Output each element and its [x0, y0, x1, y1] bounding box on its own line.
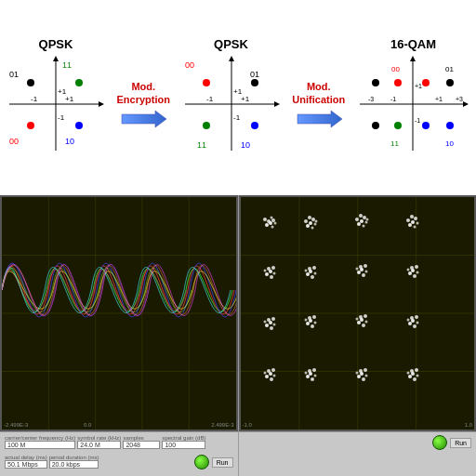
- svg-point-114: [304, 270, 307, 272]
- const-run-button[interactable]: Run: [450, 438, 471, 448]
- svg-point-78: [271, 226, 273, 229]
- svg-marker-16: [122, 111, 166, 127]
- ctrl-symbol-value[interactable]: 24.0 M: [77, 441, 121, 449]
- svg-point-154: [416, 322, 418, 324]
- svg-point-120: [359, 265, 363, 269]
- right-panel: -1.0 1.0 Run: [239, 195, 477, 476]
- svg-marker-33: [298, 111, 342, 127]
- svg-point-97: [408, 223, 412, 227]
- svg-point-180: [415, 368, 418, 372]
- qam16-axes: +1 +3 -1 -3 +1 -1 00 01: [355, 53, 471, 155]
- svg-marker-37: [463, 101, 469, 107]
- svg-point-175: [364, 375, 367, 377]
- svg-point-147: [364, 321, 367, 324]
- osc-controls: carrier/center frequency (Hz) 100 M symb…: [0, 431, 238, 476]
- svg-point-183: [410, 369, 414, 373]
- svg-point-87: [360, 219, 364, 223]
- svg-point-171: [311, 377, 314, 381]
- svg-point-177: [355, 372, 358, 375]
- qpsk1-diagram: QPSK +1 -1 +1 -1 01 11: [5, 37, 107, 158]
- const-controls: Run: [239, 431, 477, 476]
- svg-text:-1: -1: [390, 96, 396, 102]
- svg-point-176: [359, 369, 363, 373]
- qpsk2-diagram: QPSK +1 -1 +1 -1 00 01 11: [180, 37, 283, 158]
- svg-point-128: [406, 269, 409, 271]
- constellation-display: -1.0 1.0: [239, 195, 477, 431]
- svg-marker-20: [274, 101, 280, 107]
- ctrl-gain-value[interactable]: 100: [162, 441, 205, 449]
- svg-text:10: 10: [241, 140, 250, 150]
- svg-marker-3: [99, 101, 104, 107]
- svg-point-185: [413, 377, 416, 381]
- mod-label-1: Mod. Encryption: [117, 80, 170, 107]
- svg-point-89: [357, 222, 361, 226]
- svg-point-149: [355, 318, 358, 321]
- svg-point-131: [271, 317, 275, 321]
- svg-text:01: 01: [9, 70, 19, 79]
- ctrl-period-value[interactable]: 20.0 kbps: [49, 460, 99, 469]
- run-button[interactable]: Run: [212, 457, 233, 468]
- ctrl-delay: actual delay (ms) 50.1 Mbps: [5, 455, 47, 469]
- ctrl-samples-value[interactable]: 2048: [123, 441, 160, 449]
- arrow-icon-2: [296, 109, 342, 129]
- svg-point-32: [251, 122, 258, 129]
- svg-point-136: [270, 326, 273, 330]
- svg-point-133: [272, 324, 275, 326]
- svg-point-125: [408, 271, 412, 275]
- svg-point-30: [203, 122, 210, 129]
- svg-text:+1: +1: [435, 96, 443, 102]
- svg-point-99: [410, 215, 414, 218]
- svg-point-121: [355, 268, 358, 271]
- svg-point-148: [359, 315, 363, 319]
- svg-point-170: [304, 372, 307, 375]
- svg-point-146: [357, 321, 361, 324]
- svg-point-108: [270, 275, 273, 279]
- svg-point-79: [309, 221, 312, 225]
- svg-text:11: 11: [62, 60, 72, 70]
- svg-point-119: [364, 271, 367, 273]
- oscilloscope-display: -2.499E-3 0.0 2.499E-3: [0, 195, 238, 431]
- svg-point-111: [306, 272, 310, 276]
- mod-arrow-2: Mod. Unification: [283, 80, 356, 130]
- mod-arrow-1: Mod. Encryption: [107, 80, 180, 130]
- top-section: QPSK +1 -1 +1 -1 01 11: [0, 0, 476, 195]
- svg-point-168: [313, 375, 316, 377]
- svg-point-152: [415, 315, 418, 319]
- svg-point-134: [267, 318, 271, 322]
- svg-point-9: [27, 79, 34, 86]
- svg-point-150: [362, 324, 365, 327]
- ctrl-carrier-value[interactable]: 100 M: [5, 441, 75, 449]
- svg-point-182: [416, 375, 418, 377]
- svg-point-163: [263, 372, 266, 375]
- svg-text:-1: -1: [31, 95, 38, 103]
- svg-point-77: [263, 218, 267, 221]
- svg-point-74: [270, 217, 272, 219]
- svg-point-184: [406, 372, 409, 375]
- svg-point-181: [408, 375, 412, 378]
- svg-point-45: [394, 79, 402, 86]
- ctrl-delay-value[interactable]: 50.1 Mbps: [5, 460, 47, 469]
- svg-text:-3: -3: [368, 96, 374, 102]
- mod-label-2: Mod. Unification: [292, 80, 345, 107]
- const-label-left: -1.0: [243, 422, 252, 428]
- svg-text:11: 11: [197, 140, 206, 150]
- svg-point-145: [364, 314, 367, 318]
- svg-point-92: [362, 225, 364, 228]
- qam16-diagram: 16-QAM +1 +3 -1 -3 +1 -1 00: [355, 37, 471, 158]
- svg-point-112: [313, 272, 316, 275]
- svg-point-48: [446, 79, 454, 86]
- svg-text:-1: -1: [58, 113, 65, 122]
- svg-point-47: [422, 79, 430, 86]
- svg-point-135: [263, 321, 266, 324]
- svg-point-13: [27, 122, 34, 129]
- svg-point-153: [408, 322, 412, 325]
- svg-point-113: [308, 267, 311, 271]
- svg-text:-1: -1: [415, 117, 420, 124]
- svg-point-127: [410, 266, 414, 270]
- svg-text:01: 01: [445, 65, 454, 73]
- svg-point-54: [446, 122, 454, 129]
- svg-point-143: [311, 324, 314, 328]
- svg-point-178: [362, 377, 365, 381]
- svg-text:00: 00: [391, 65, 400, 73]
- svg-point-88: [363, 216, 366, 219]
